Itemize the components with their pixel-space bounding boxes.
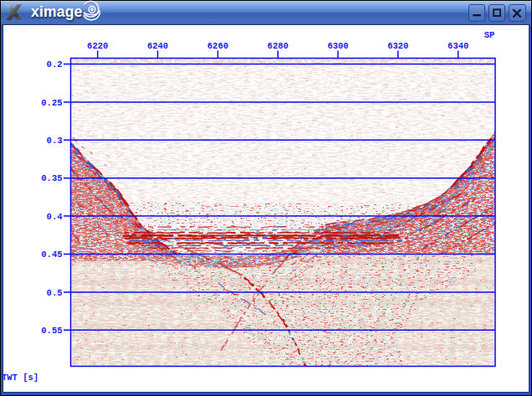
svg-text:0.2: 0.2 <box>47 59 63 69</box>
svg-text:6300: 6300 <box>327 41 348 51</box>
svg-text:6320: 6320 <box>387 41 408 51</box>
svg-text:0.35: 0.35 <box>41 173 62 183</box>
svg-text:0.55: 0.55 <box>41 326 62 336</box>
svg-text:0.4: 0.4 <box>47 212 63 222</box>
svg-text:SP: SP <box>484 30 495 40</box>
svg-text:0.45: 0.45 <box>41 249 62 260</box>
svg-text:6280: 6280 <box>268 41 289 51</box>
svg-text:6340: 6340 <box>448 41 468 51</box>
svg-text:6260: 6260 <box>207 41 228 51</box>
svg-text:6220: 6220 <box>87 41 108 51</box>
svg-text:TWT [s]: TWT [s] <box>2 373 38 383</box>
svg-text:0.3: 0.3 <box>47 136 63 146</box>
svg-text:0.5: 0.5 <box>47 288 63 298</box>
svg-text:6240: 6240 <box>147 41 168 51</box>
svg-text:0.25: 0.25 <box>41 98 62 108</box>
